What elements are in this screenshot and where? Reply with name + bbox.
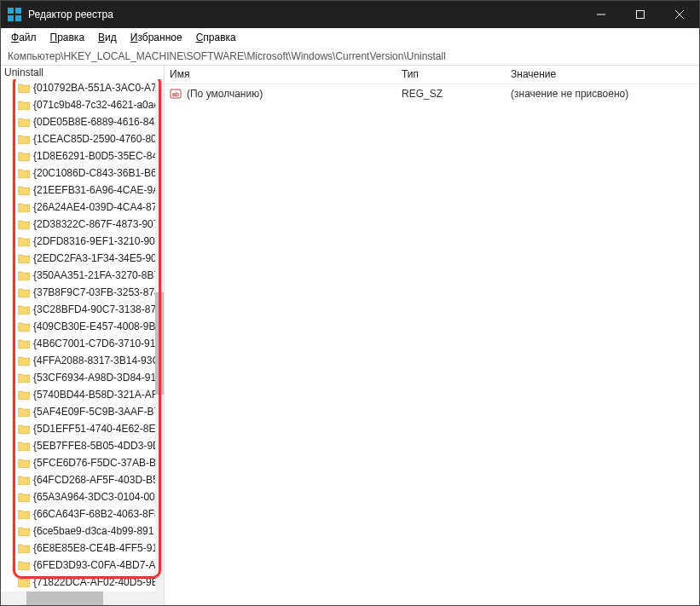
tree-item[interactable]: {6E8E85E8-CE4B-4FF5-91F — [1, 540, 164, 557]
tree-item[interactable]: {5AF4E09F-5C9B-3AAF-B7 — [1, 403, 164, 420]
menu-edit[interactable]: Правка — [50, 32, 85, 43]
tree-item[interactable]: {5D1EFF51-4740-4E62-8E49 — [1, 420, 164, 437]
tree-item[interactable]: {0DE05B8E-6889-4616-842 — [1, 113, 164, 130]
value-data: (значение не присвоено) — [506, 86, 699, 101]
column-header-value[interactable]: Значение — [506, 66, 699, 84]
folder-icon — [18, 101, 30, 110]
folder-icon — [18, 578, 30, 587]
tree-item-label: {5EB7FFE8-5B05-4DD3-9DB — [33, 440, 164, 452]
tree-item-label: {4B6C7001-C7D6-3710-913 — [33, 338, 161, 349]
tree-item-label: {21EEFB31-6A96-4CAE-9A — [33, 184, 159, 196]
folder-icon — [18, 271, 30, 280]
tree-item[interactable]: {65A3A964-3DC3-0104-000 — [1, 488, 164, 505]
maximize-button[interactable] — [621, 1, 660, 28]
tree-item[interactable]: {409CB30E-E457-4008-9B1 — [1, 318, 164, 335]
value-type: REG_SZ — [396, 86, 506, 101]
tree-item[interactable]: {37B8F9C7-03FB-3253-878 — [1, 284, 164, 301]
folder-icon — [18, 373, 30, 383]
title-bar[interactable]: Редактор реестра — [1, 1, 699, 28]
tree-item[interactable]: {2DFD8316-9EF1-3210-908 — [1, 233, 164, 250]
values-pane[interactable]: Имя Тип Значение ab (По умолчанию) REG_S… — [165, 66, 699, 605]
registry-editor-window: Редактор реестра Файл Правка Вид Избранн… — [0, 0, 700, 606]
menu-favorites[interactable]: Избранное — [130, 32, 182, 43]
scrollbar-thumb[interactable] — [155, 292, 164, 395]
tree-item[interactable]: {2EDC2FA3-1F34-34E5-908 — [1, 250, 164, 267]
tree-item-label: {3C28BFD4-90C7-3138-87B — [33, 303, 163, 315]
tree-item[interactable]: {5EB7FFE8-5B05-4DD3-9DB — [1, 437, 164, 454]
tree-item[interactable]: {21EEFB31-6A96-4CAE-9A — [1, 182, 164, 199]
folder-icon — [18, 407, 30, 417]
close-button[interactable] — [660, 1, 699, 28]
tree-item-label: {37B8F9C7-03FB-3253-878 — [33, 286, 160, 298]
tree-item[interactable]: {26A24AE4-039D-4CA4-87 — [1, 199, 164, 216]
tree-item-label: {26A24AE4-039D-4CA4-87 — [33, 201, 157, 213]
tree-item[interactable]: {5740BD44-B58D-321A-AF — [1, 386, 164, 403]
tree-item-label: {2DFD8316-9EF1-3210-908 — [33, 235, 160, 247]
menu-help[interactable]: Справка — [196, 32, 236, 43]
tree-item-label: {5D1EFF51-4740-4E62-8E49 — [33, 423, 164, 435]
menu-file[interactable]: Файл — [11, 32, 37, 43]
tree-item-label: {20C1086D-C843-36B1-B61 — [33, 167, 162, 179]
tree-item[interactable]: {350AA351-21FA-3270-8B7 — [1, 267, 164, 284]
folder-icon — [18, 305, 30, 315]
tree-item[interactable]: {53CF6934-A98D-3D84-914 — [1, 369, 164, 386]
tree-item[interactable]: {66CA643F-68B2-4063-8F8 — [1, 505, 164, 522]
tree-pane[interactable]: Uninstall {010792BA-551A-3AC0-A7{071c9b4… — [1, 66, 165, 605]
tree-item[interactable]: {4B6C7001-C7D6-3710-913 — [1, 335, 164, 352]
tree-item[interactable]: {64FCD268-AF5F-403D-B5 — [1, 471, 164, 488]
tree-item[interactable]: {71822DCA-AF02-40D5-9B — [1, 574, 164, 591]
tree-item[interactable]: {20C1086D-C843-36B1-B61 — [1, 164, 164, 182]
folder-icon — [18, 84, 30, 93]
tree-item-label: {65A3A964-3DC3-0104-000 — [33, 491, 160, 503]
tree-horizontal-scrollbar[interactable] — [1, 592, 164, 605]
folder-icon — [18, 561, 30, 570]
tree-item-label: {2D38322C-867F-4873-907 — [33, 218, 159, 230]
folder-icon — [18, 510, 30, 519]
value-row[interactable]: ab (По умолчанию) REG_SZ (значение не пр… — [165, 84, 699, 103]
tree-item-label: {5FCE6D76-F5DC-37AB-B2 — [33, 457, 162, 469]
svg-rect-3 — [15, 15, 21, 21]
tree-item[interactable]: {2D38322C-867F-4873-907 — [1, 216, 164, 233]
svg-rect-1 — [15, 8, 21, 14]
column-header-name[interactable]: Имя — [165, 66, 396, 84]
svg-text:ab: ab — [172, 91, 179, 97]
tree-item-label: {5AF4E09F-5C9B-3AAF-B7 — [33, 406, 159, 418]
folder-icon — [18, 442, 30, 451]
menu-view[interactable]: Вид — [98, 32, 117, 43]
tree-item-label: {0DE05B8E-6889-4616-842 — [33, 116, 160, 128]
tree-item[interactable]: {010792BA-551A-3AC0-A7 — [1, 79, 164, 96]
svg-rect-0 — [8, 8, 14, 14]
tree-item-label: {350AA351-21FA-3270-8B7 — [33, 269, 159, 281]
column-header-type[interactable]: Тип — [396, 66, 506, 84]
tree-root-node[interactable]: Uninstall — [1, 66, 164, 79]
app-icon — [8, 8, 21, 21]
folder-icon — [18, 424, 30, 434]
tree-item-label: {53CF6934-A98D-3D84-914 — [33, 372, 162, 384]
tree-item[interactable]: {4FFA2088-8317-3B14-93C — [1, 352, 164, 369]
tree-item-label: {66CA643F-68B2-4063-8F8 — [33, 508, 160, 520]
tree-item-label: {5740BD44-B58D-321A-AF — [33, 389, 158, 401]
value-name: (По умолчанию) — [187, 88, 263, 100]
scrollbar-thumb[interactable] — [26, 592, 103, 605]
folder-icon — [18, 527, 30, 536]
tree-item[interactable]: {3C28BFD4-90C7-3138-87B — [1, 301, 164, 318]
folder-icon — [18, 356, 30, 366]
window-title: Редактор реестра — [28, 9, 581, 20]
svg-rect-5 — [637, 11, 645, 19]
folder-icon — [18, 152, 30, 161]
folder-icon — [18, 220, 30, 229]
tree-item[interactable]: {5FCE6D76-F5DC-37AB-B2 — [1, 454, 164, 471]
address-bar[interactable]: Компьютер\HKEY_LOCAL_MACHINE\SOFTWARE\Mi… — [1, 47, 699, 66]
tree-list: {010792BA-551A-3AC0-A7{071c9b48-7c32-462… — [1, 79, 164, 592]
tree-item[interactable]: {1D8E6291-B0D5-35EC-844 — [1, 147, 164, 164]
address-path: Компьютер\HKEY_LOCAL_MACHINE\SOFTWARE\Mi… — [8, 50, 446, 62]
tree-vertical-scrollbar[interactable] — [155, 79, 164, 592]
folder-icon — [18, 544, 30, 553]
tree-item[interactable]: {071c9b48-7c32-4621-a0ac — [1, 96, 164, 113]
tree-item-label: {6FED3D93-C0FA-4BD7-A3 — [33, 559, 161, 571]
minimize-button[interactable] — [581, 1, 621, 28]
tree-item[interactable]: {1CEAC85D-2590-4760-800 — [1, 130, 164, 147]
tree-item[interactable]: {6ce5bae9-d3ca-4b99-891 — [1, 522, 164, 540]
tree-item[interactable]: {6FED3D93-C0FA-4BD7-A3 — [1, 557, 164, 574]
menu-bar: Файл Правка Вид Избранное Справка — [1, 28, 699, 47]
